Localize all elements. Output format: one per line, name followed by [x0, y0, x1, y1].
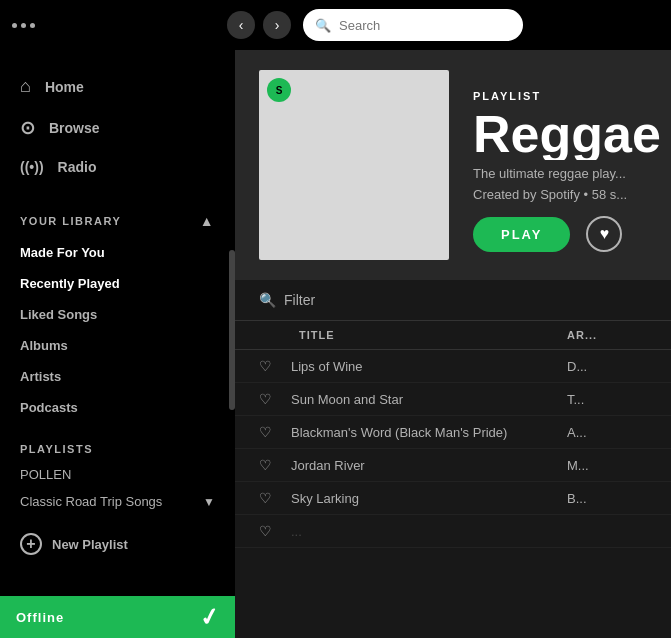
top-bar: ‹ › 🔍 [0, 0, 671, 50]
new-playlist-button[interactable]: + New Playlist [0, 523, 235, 565]
playlist-description: The ultimate reggae play... [473, 166, 661, 181]
track-artist: T... [567, 392, 647, 407]
sidebar: ⌂ Home ⊙ Browse ((•)) Radio YOUR LIBRARY… [0, 50, 235, 638]
tracks-section: 🔍 Filter TITLE AR... ♡ Lips of Wine D...… [235, 280, 671, 638]
track-artist: M... [567, 458, 647, 473]
nav-buttons: ‹ › [227, 11, 291, 39]
sidebar-item-home[interactable]: ⌂ Home [0, 66, 235, 107]
library-item-artists[interactable]: Artists [0, 361, 235, 392]
playlist-header-section: S PLAYLIST Reggae The ultimate reggae pl… [235, 50, 671, 280]
radio-icon: ((•)) [20, 159, 44, 175]
library-item-recently-played[interactable]: Recently Played [0, 268, 235, 299]
track-heart-icon[interactable]: ♡ [259, 391, 291, 407]
sidebar-scroll: YOUR LIBRARY ▲ Made For You Recently Pla… [0, 193, 235, 596]
playlist-info: PLAYLIST Reggae The ultimate reggae play… [473, 90, 661, 260]
track-artist: D... [567, 359, 647, 374]
tracks-header: TITLE AR... [235, 321, 671, 350]
playlist-title: Reggae [473, 108, 661, 160]
browse-icon: ⊙ [20, 117, 35, 139]
library-item-liked-songs[interactable]: Liked Songs [0, 299, 235, 330]
track-title: Lips of Wine [291, 359, 567, 374]
sidebar-item-home-label: Home [45, 79, 84, 95]
track-title: Sun Moon and Star [291, 392, 567, 407]
home-icon: ⌂ [20, 76, 31, 97]
playlist-actions: PLAY ♥ [473, 216, 661, 252]
table-row[interactable]: ♡ Sun Moon and Star T... [235, 383, 671, 416]
search-icon: 🔍 [315, 18, 331, 33]
sidebar-nav: ⌂ Home ⊙ Browse ((•)) Radio [0, 50, 235, 193]
track-title: Jordan River [291, 458, 567, 473]
library-item-albums[interactable]: Albums [0, 330, 235, 361]
track-heart-icon[interactable]: ♡ [259, 358, 291, 374]
track-heart-icon[interactable]: ♡ [259, 457, 291, 473]
check-icon: ✓ [197, 601, 222, 632]
library-item-made-for-you[interactable]: Made For You [0, 237, 235, 268]
sidebar-item-radio-label: Radio [58, 159, 97, 175]
track-heart-icon[interactable]: ♡ [259, 523, 291, 539]
col-artist-header: AR... [567, 329, 647, 341]
playlist-type: PLAYLIST [473, 90, 661, 102]
spotify-badge: S [267, 78, 291, 102]
offline-label: Offline [16, 610, 64, 625]
filter-bar: 🔍 Filter [235, 280, 671, 321]
heart-button[interactable]: ♥ [586, 216, 622, 252]
forward-button[interactable]: › [263, 11, 291, 39]
your-library-header: YOUR LIBRARY ▲ [0, 193, 235, 237]
col-num-header [259, 329, 299, 341]
sidebar-item-browse-label: Browse [49, 120, 100, 136]
search-input[interactable] [339, 18, 511, 33]
library-item-podcasts[interactable]: Podcasts [0, 392, 235, 423]
table-row[interactable]: ♡ Sky Larking B... [235, 482, 671, 515]
play-button[interactable]: PLAY [473, 217, 570, 252]
track-title: Sky Larking [291, 491, 567, 506]
plus-icon: + [20, 533, 42, 555]
track-heart-icon[interactable]: ♡ [259, 490, 291, 506]
your-library-label: YOUR LIBRARY [20, 215, 121, 227]
filter-label: Filter [284, 292, 315, 308]
playlist-item-classic-road-trip[interactable]: Classic Road Trip Songs ▼ [0, 488, 235, 515]
sidebar-item-radio[interactable]: ((•)) Radio [0, 149, 235, 185]
content-area: S PLAYLIST Reggae The ultimate reggae pl… [235, 50, 671, 638]
table-row[interactable]: ♡ Jordan River M... [235, 449, 671, 482]
track-artist: A... [567, 425, 647, 440]
chevron-down-icon: ▼ [203, 495, 215, 509]
track-title: ... [291, 524, 567, 539]
playlist-artwork: S [259, 70, 449, 260]
track-artist: B... [567, 491, 647, 506]
playlists-section: PLAYLISTS POLLEN Classic Road Trip Songs… [0, 423, 235, 523]
search-bar[interactable]: 🔍 [303, 9, 523, 41]
filter-icon: 🔍 [259, 292, 276, 308]
back-button[interactable]: ‹ [227, 11, 255, 39]
playlist-meta: Created by Spotify • 58 s... [473, 187, 661, 202]
table-row[interactable]: ♡ Blackman's Word (Black Man's Pride) A.… [235, 416, 671, 449]
sidebar-item-browse[interactable]: ⊙ Browse [0, 107, 235, 149]
track-list: ♡ Lips of Wine D... ♡ Sun Moon and Star … [235, 350, 671, 638]
table-row[interactable]: ♡ Lips of Wine D... [235, 350, 671, 383]
track-heart-icon[interactable]: ♡ [259, 424, 291, 440]
playlists-header-label: PLAYLISTS [0, 431, 235, 461]
new-playlist-label: New Playlist [52, 537, 128, 552]
main-layout: ⌂ Home ⊙ Browse ((•)) Radio YOUR LIBRARY… [0, 50, 671, 638]
scrollbar[interactable] [229, 250, 235, 410]
track-title: Blackman's Word (Black Man's Pride) [291, 425, 567, 440]
window-controls [12, 23, 35, 28]
playlist-item-pollen[interactable]: POLLEN [0, 461, 235, 488]
table-row[interactable]: ♡ ... [235, 515, 671, 548]
offline-bar: Offline ✓ [0, 596, 235, 638]
chevron-up-icon[interactable]: ▲ [200, 213, 215, 229]
col-title-header: TITLE [299, 329, 567, 341]
